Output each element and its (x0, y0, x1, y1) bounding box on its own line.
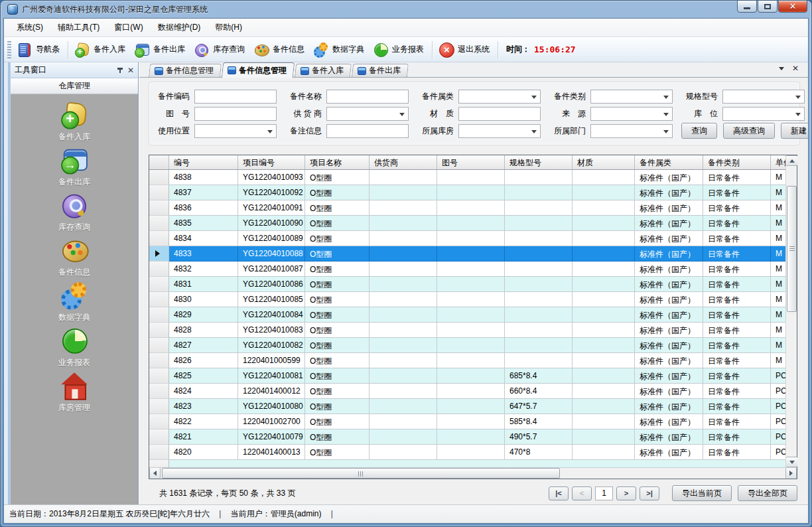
cell[interactable]: O型圈 (305, 307, 370, 323)
select-input[interactable] (590, 107, 673, 121)
table-row[interactable]: 4830YG12204010085O型圈标准件（国产）日常备件M (149, 292, 785, 307)
cell[interactable] (573, 200, 635, 216)
cell[interactable]: 4836 (169, 200, 238, 216)
cell[interactable] (370, 277, 437, 292)
cell[interactable] (505, 277, 573, 292)
tab-3[interactable]: 备件出库 (352, 64, 409, 77)
new-button[interactable]: 新建 (781, 123, 809, 139)
cell[interactable] (573, 353, 635, 368)
cell[interactable]: YG12204010082 (238, 338, 305, 353)
cell[interactable]: 日常备件 (703, 429, 771, 445)
cell[interactable]: 4838 (169, 170, 238, 185)
table-row[interactable]: 48261220401000599O型圈标准件（国产）日常备件M (149, 353, 785, 368)
sidebar-item-inventory-query[interactable]: 库存查询 (11, 190, 138, 235)
cell[interactable]: M (771, 262, 785, 277)
toolbar-button[interactable]: 备件入库 (71, 40, 131, 60)
cell[interactable]: O型圈 (305, 384, 370, 399)
column-header[interactable]: 备件属类 (635, 155, 703, 169)
sidebar-item-report[interactable]: 业务报表 (11, 325, 138, 370)
cell[interactable]: 标准件（国产） (635, 384, 703, 399)
toolbar-button[interactable]: 数据字典 (310, 40, 370, 60)
cell[interactable] (437, 262, 505, 277)
toolbar-button[interactable]: 业务报表 (370, 40, 429, 60)
cell[interactable] (573, 262, 635, 277)
cell[interactable] (573, 445, 635, 460)
cell[interactable] (573, 307, 635, 323)
select-input[interactable] (458, 90, 541, 104)
row-header-cell[interactable] (149, 353, 169, 368)
cell[interactable]: 4824 (169, 384, 238, 399)
scroll-left-icon[interactable] (149, 468, 161, 479)
scroll-up-icon[interactable] (786, 155, 797, 166)
cell[interactable]: YG12204010088 (238, 246, 305, 262)
cell[interactable] (437, 368, 505, 384)
cell[interactable]: 日常备件 (703, 307, 771, 323)
cell[interactable]: 日常备件 (703, 368, 771, 384)
cell[interactable]: 4837 (169, 185, 238, 200)
pager-nav-button[interactable]: > (616, 487, 636, 500)
cell[interactable]: O型圈 (305, 338, 370, 353)
minimize-button[interactable] (737, 0, 757, 13)
cell[interactable]: O型圈 (305, 216, 370, 231)
cell[interactable]: PC (771, 429, 785, 445)
menu-item[interactable]: 窗口(W) (107, 19, 150, 36)
cell[interactable]: 标准件（国产） (635, 185, 703, 200)
cell[interactable]: O型圈 (305, 353, 370, 368)
cell[interactable]: 日常备件 (703, 323, 771, 338)
row-header-cell[interactable] (149, 307, 169, 323)
text-input[interactable] (326, 90, 409, 104)
cell[interactable]: M (771, 338, 785, 353)
cell[interactable] (370, 185, 437, 200)
table-row-selected[interactable]: 4833YG12204010088O型圈标准件（国产）日常备件M (149, 246, 785, 262)
table-row[interactable]: 4835YG12204010090O型圈标准件（国产）日常备件M (149, 216, 785, 231)
horizontal-scrollbar[interactable] (149, 467, 797, 479)
cell[interactable]: YG12204010084 (238, 307, 305, 323)
cell[interactable]: O型圈 (305, 368, 370, 384)
pager-nav-button[interactable]: < (572, 487, 592, 500)
cell[interactable]: 1220401002700 (238, 414, 305, 429)
cell[interactable]: M (771, 216, 785, 231)
cell[interactable]: 4834 (169, 231, 238, 246)
query-button[interactable]: 查询 (681, 123, 717, 139)
row-header-cell[interactable] (149, 246, 169, 262)
cell[interactable] (505, 231, 573, 246)
cell[interactable]: 日常备件 (703, 399, 771, 414)
cell[interactable]: O型圈 (305, 323, 370, 338)
table-row[interactable]: 4823YG12204010080O型圈647*5.7标准件（国产）日常备件PC (149, 399, 785, 414)
cell[interactable]: 标准件（国产） (635, 338, 703, 353)
cell[interactable]: YG12204010081 (238, 368, 305, 384)
export-all-pages-button[interactable]: 导出全部页 (738, 485, 797, 501)
cell[interactable]: YG12204010087 (238, 262, 305, 277)
vertical-scroll-thumb[interactable] (787, 186, 797, 312)
cell[interactable] (437, 338, 505, 353)
column-header[interactable]: 图号 (437, 155, 505, 169)
cell[interactable]: 日常备件 (703, 353, 771, 368)
cell[interactable] (370, 429, 437, 445)
cell[interactable]: 日常备件 (703, 292, 771, 307)
cell[interactable]: 标准件（国产） (635, 170, 703, 185)
page-number-input[interactable] (595, 487, 613, 500)
cell[interactable]: 4833 (169, 246, 238, 262)
cell[interactable]: 4820 (169, 445, 238, 460)
cell[interactable] (370, 399, 437, 414)
cell[interactable]: YG12204010093 (238, 170, 305, 185)
row-header-cell[interactable] (149, 399, 169, 414)
table-row[interactable]: 4834YG12204010089O型圈标准件（国产）日常备件M (149, 231, 785, 246)
cell[interactable]: YG12204010086 (238, 277, 305, 292)
tab-list-dropdown-icon[interactable] (779, 67, 784, 70)
cell[interactable]: 日常备件 (703, 445, 771, 460)
cell[interactable]: 日常备件 (703, 414, 771, 429)
cell[interactable]: 标准件（国产） (635, 368, 703, 384)
toolbar-button[interactable]: 退出系统 (435, 40, 495, 60)
cell[interactable]: PC (771, 445, 785, 460)
cell[interactable]: M (771, 246, 785, 262)
cell[interactable] (573, 399, 635, 414)
cell[interactable]: M (771, 277, 785, 292)
cell[interactable] (437, 216, 505, 231)
cell[interactable] (573, 384, 635, 399)
cell[interactable]: 日常备件 (703, 384, 771, 399)
cell[interactable]: 日常备件 (703, 262, 771, 277)
cell[interactable] (437, 414, 505, 429)
cell[interactable]: 4823 (169, 399, 238, 414)
close-button[interactable]: ✕ (778, 0, 807, 13)
